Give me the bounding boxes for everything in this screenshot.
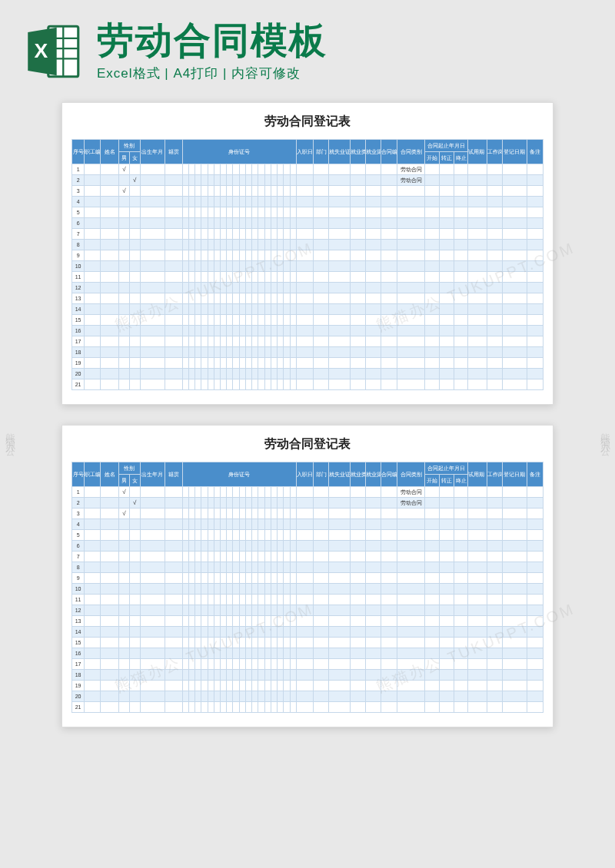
- cell-id-digit: [290, 197, 296, 207]
- cell-id-digit: [245, 616, 251, 627]
- cell-name: [101, 283, 119, 293]
- cell-sex-m: [119, 369, 130, 379]
- table-row: 11: [72, 595, 544, 605]
- cell-id-digit: [258, 186, 264, 197]
- cell-id-digit: [258, 691, 264, 702]
- cell-birth: [140, 702, 165, 713]
- cell-id-digit: [201, 487, 208, 498]
- cell-birth: [140, 207, 165, 218]
- cell-id-digit: [221, 562, 227, 573]
- cell-contractno: [381, 530, 397, 541]
- cell-id-digit: [284, 519, 290, 530]
- cell-id-digit: [290, 541, 296, 552]
- cell-id-digit: [195, 326, 201, 336]
- cell-id-digit: [278, 272, 284, 283]
- cell-channel: [365, 659, 381, 670]
- cell-id-digit: [264, 541, 271, 552]
- cell-id-digit: [284, 186, 290, 197]
- cell-contractno: [381, 197, 397, 207]
- cell-id-digit: [221, 659, 227, 670]
- cell-period-start: [425, 691, 440, 702]
- cell-post: [487, 691, 503, 702]
- cell-emptype: [350, 379, 365, 390]
- cell-sex-m: [119, 272, 130, 283]
- cell-id-digit: [201, 369, 208, 379]
- cell-period-end: [454, 283, 468, 293]
- cell-jiguan: [165, 315, 182, 326]
- cell-post: [487, 605, 503, 616]
- cell-contracttype: 劳动合同: [397, 498, 424, 509]
- cell-id-digit: [245, 197, 251, 207]
- cell-id-digit: [221, 261, 227, 272]
- cell-id-digit: [201, 627, 208, 638]
- cell-id-digit: [201, 240, 208, 250]
- cell-id-digit: [258, 272, 264, 283]
- cell-id-digit: [227, 681, 233, 691]
- cell-entrydate: [296, 681, 313, 691]
- cell-id-digit: [264, 509, 271, 519]
- cell-jiguan: [165, 240, 182, 250]
- cell-empno: [85, 347, 101, 358]
- cell-id-digit: [252, 509, 258, 519]
- cell-empno: [85, 250, 101, 261]
- cell-id-digit: [290, 304, 296, 315]
- cell-id-digit: [264, 304, 271, 315]
- cell-id-digit: [214, 530, 220, 541]
- cell-id-digit: [245, 186, 251, 197]
- cell-emptype: [350, 605, 365, 616]
- cell-empno: [85, 584, 101, 595]
- cell-sex-m: √: [119, 487, 130, 498]
- cell-id-digit: [195, 573, 201, 584]
- cell-id-digit: [233, 627, 239, 638]
- col-sex-f: 女: [129, 475, 140, 487]
- cell-id-digit: [233, 487, 239, 498]
- cell-id-digit: [208, 498, 214, 509]
- cell-id-digit: [239, 369, 245, 379]
- cell-id-digit: [233, 648, 239, 659]
- cell-period-start: [425, 595, 440, 605]
- table-row: 17: [72, 659, 544, 670]
- cell-period-end: [454, 336, 468, 347]
- cell-empno: [85, 487, 101, 498]
- cell-id-digit: [271, 509, 277, 519]
- cell-id-digit: [221, 573, 227, 584]
- cell-jiguan: [165, 616, 182, 627]
- cell-id-digit: [208, 552, 214, 562]
- cell-post: [487, 573, 503, 584]
- cell-channel: [365, 552, 381, 562]
- cell-id-digit: [284, 218, 290, 229]
- cell-channel: [365, 562, 381, 573]
- col-post: 工作岗位: [487, 462, 503, 487]
- cell-dept: [314, 691, 329, 702]
- cell-probation: [468, 541, 487, 552]
- cell-empno: [85, 304, 101, 315]
- cell-dept: [314, 530, 329, 541]
- cell-dept: [314, 562, 329, 573]
- cell-id-digit: [208, 627, 214, 638]
- cell-entrydate: [296, 272, 313, 283]
- cell-probation: [468, 595, 487, 605]
- cell-name: [101, 240, 119, 250]
- cell-period-zz: [439, 605, 454, 616]
- cell-id-digit: [221, 487, 227, 498]
- cell-id-digit: [201, 638, 208, 648]
- cell-id-digit: [227, 207, 233, 218]
- cell-entrydate: [296, 358, 313, 369]
- cell-id-digit: [258, 702, 264, 713]
- cell-id-digit: [284, 702, 290, 713]
- cell-emptype: [350, 541, 365, 552]
- cell-id-digit: [214, 627, 220, 638]
- cell-remark: [527, 175, 543, 186]
- cell-id-digit: [208, 605, 214, 616]
- cell-contractno: [381, 562, 397, 573]
- table-row: 16: [72, 326, 544, 336]
- cell-id-digit: [264, 648, 271, 659]
- col-period-start: 开始: [425, 475, 440, 487]
- cell-id-digit: [264, 627, 271, 638]
- cell-sex-f: [129, 648, 140, 659]
- cell-channel: [365, 670, 381, 681]
- cell-birth: [140, 552, 165, 562]
- cell-id-digit: [188, 541, 194, 552]
- cell-jiguan: [165, 358, 182, 369]
- cell-id-digit: [233, 562, 239, 573]
